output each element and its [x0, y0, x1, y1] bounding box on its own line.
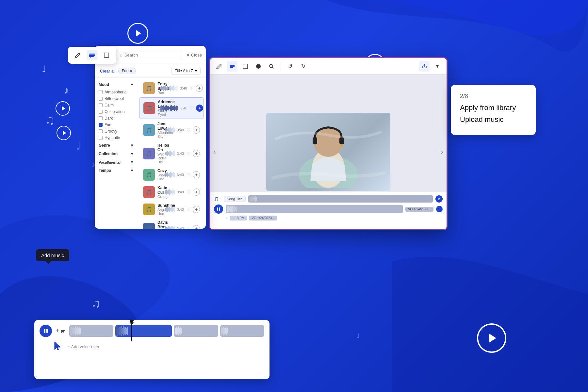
pencil-tool[interactable] [73, 50, 83, 60]
prev-arrow[interactable]: ‹ [213, 147, 216, 156]
heart-7[interactable]: ♡ [187, 207, 191, 212]
bottom-timeline-panel: + [34, 320, 270, 379]
frame-icon[interactable] [240, 61, 251, 72]
play-circle-5[interactable] [477, 323, 506, 353]
crop-tool[interactable] [101, 50, 112, 60]
timestamp-chip: ...13 PM [230, 216, 247, 220]
track-adrienne[interactable]: 🎵 Adrienne L. Starry Eyed [139, 97, 204, 119]
track-duration-5: 3:40 [177, 173, 184, 177]
tempo-title: Tempo▾ [95, 166, 137, 175]
heart-8[interactable]: ♡ [187, 226, 191, 229]
svg-point-4 [92, 55, 94, 57]
play-circle-1[interactable] [127, 23, 148, 44]
track-name-4: Helios On [157, 143, 162, 152]
track-name-7: Sunshine [157, 203, 162, 208]
track-jane-lowe[interactable]: 🎵 Jane Lowe Afternoon Sky 3:40 ♡ [139, 120, 204, 140]
add-btn-6[interactable]: + [193, 188, 200, 196]
apply-from-library-button[interactable]: Apply from library [460, 104, 527, 112]
track-name-5: Cozy [157, 169, 162, 173]
filter-dark[interactable]: Dark [95, 115, 137, 122]
add-track-button[interactable]: + [56, 328, 65, 335]
add-btn-2[interactable]: + [196, 105, 203, 112]
music-note-4: ♩ [76, 140, 81, 152]
svg-rect-0 [89, 54, 95, 55]
track-katie-cul[interactable]: 🎵 Katie Cul Orange 3:40 ♡ [139, 184, 204, 201]
track-cozy[interactable]: 🎵 Cozy Brew One 3:40 ♡ [139, 167, 204, 183]
vocal-section: Vocal/mental▾ [95, 158, 137, 166]
redo-icon[interactable]: ↻ [298, 61, 308, 72]
video-preview [266, 113, 390, 191]
clear-all-button[interactable]: Clear all [100, 69, 116, 74]
heart-3[interactable]: ♡ [187, 127, 191, 133]
pause-button-bottom[interactable] [40, 325, 52, 337]
search-bar[interactable]: ⌕ [117, 50, 182, 60]
dropdown-button[interactable]: ▾ [432, 61, 443, 72]
heart-2[interactable]: ♡ [190, 106, 194, 111]
next-arrow[interactable]: › [441, 147, 443, 156]
heart-5[interactable]: ♡ [187, 172, 191, 177]
add-btn-5[interactable]: + [193, 171, 200, 178]
upload-music-button[interactable]: Upload music [460, 115, 527, 124]
svg-rect-6 [230, 65, 235, 66]
chevron-icon: ▾ [195, 69, 197, 73]
filter-hypnotic[interactable]: Hypnotic [95, 135, 137, 141]
fun-filter-chip[interactable]: Fun ✕ [118, 68, 136, 74]
filter-atmospheric[interactable]: Atmospheric [95, 89, 137, 95]
play-circle-4[interactable] [57, 126, 71, 140]
track-duration-7: 3:40 [177, 207, 184, 211]
filter-bittersweet[interactable]: Bittersweet [95, 95, 137, 102]
svg-rect-1 [89, 55, 95, 56]
track-name-6: Katie Cul [157, 186, 162, 195]
heart-4[interactable]: ♡ [187, 151, 191, 156]
mood-section: Mood▾ Atmospheric Bittersweet Calm Celeb… [95, 80, 137, 141]
add-music-icon[interactable]: 🎵+ [214, 197, 221, 201]
search-icon-toolbar[interactable] [266, 61, 277, 72]
filter-celebration[interactable]: Celebration [95, 108, 137, 115]
filter-groovy[interactable]: Groovy [95, 128, 137, 135]
add-btn-8[interactable]: + [193, 225, 200, 229]
filter-row: Clear all Fun ✕ Title A to Z ▾ [95, 64, 206, 78]
svg-point-22 [63, 331, 64, 333]
track-actions-2: ♡ + [190, 105, 203, 112]
track-helios-on[interactable]: 🎵 Helios On Wet Rider His 3:40 ♡ [139, 141, 204, 166]
track-duration-1: 3:40 [180, 86, 187, 90]
music-icon[interactable] [227, 61, 237, 72]
filter-calm[interactable]: Calm [95, 102, 137, 108]
play-circle-3[interactable] [56, 101, 70, 116]
track-sunshine[interactable]: 🎵 Sunshine Angels Here 3:40 ♡ [139, 201, 204, 218]
blue-dot [436, 206, 443, 212]
heart-6[interactable]: ♡ [187, 189, 191, 195]
filter-fun[interactable]: Fun [95, 122, 137, 128]
tempo-section: Tempo▾ [95, 166, 137, 175]
undo-icon[interactable]: ↺ [285, 61, 295, 72]
track-actions-1: ♡ + [189, 85, 203, 92]
remove-chip-icon[interactable]: ✕ [130, 69, 132, 73]
search-icon: ⌕ [120, 52, 122, 57]
repeat-button[interactable]: ↺ [435, 195, 443, 203]
circle-icon[interactable] [253, 61, 264, 72]
add-btn-1[interactable]: + [196, 85, 203, 92]
edit-icon[interactable] [214, 61, 224, 72]
add-voice-over-button[interactable]: + Add voice-over [68, 344, 99, 349]
track-duration-6: 3:40 [177, 190, 184, 194]
track-artist-3: Afternoon Sky [157, 131, 162, 139]
track-wave-1 [160, 85, 177, 91]
close-button[interactable]: ✕ Close [186, 53, 202, 57]
track-entry-speed[interactable]: 🎵 Entry Speed Roo [139, 80, 204, 97]
track-duration-3: 3:40 [177, 128, 184, 132]
share-button[interactable] [419, 61, 430, 72]
add-btn-4[interactable]: + [193, 150, 200, 157]
svg-point-21 [61, 332, 62, 333]
svg-point-3 [90, 56, 91, 58]
search-input[interactable] [124, 53, 179, 57]
add-btn-3[interactable]: + [193, 126, 200, 134]
pause-button-timeline[interactable] [214, 204, 223, 214]
add-btn-7[interactable]: + [193, 206, 200, 213]
music-tool[interactable] [87, 50, 97, 60]
track-davis-bros[interactable]: 🎵 Davis Bros Splitter Card 3:40 ♡ [139, 218, 204, 229]
heart-1[interactable]: ♡ [189, 86, 194, 91]
sort-dropdown[interactable]: Title A to Z ▾ [171, 67, 201, 75]
music-note-3: ♫ [45, 113, 55, 127]
svg-rect-19 [61, 330, 65, 331]
track-thumb-1: 🎵 [143, 82, 155, 94]
